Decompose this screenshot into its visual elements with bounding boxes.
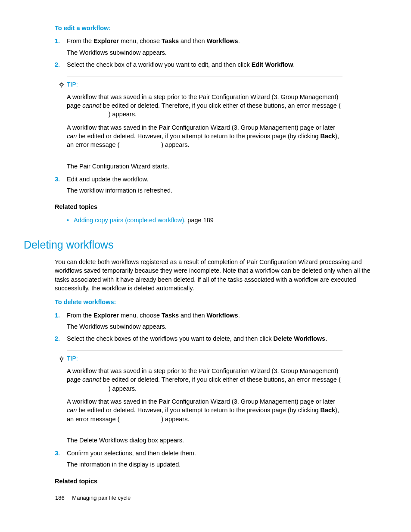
- tip-box-2: TIP: A workflow that was saved in a step…: [67, 351, 342, 428]
- tip-rule-top: [67, 351, 342, 351]
- related-topics-heading-2: Related topics: [55, 477, 385, 485]
- delete-steps-list: 1. From the Explorer menu, choose Tasks …: [55, 311, 385, 343]
- step-number: 3.: [55, 175, 60, 184]
- delete-step-2: 2. Select the check boxes of the workflo…: [55, 334, 385, 343]
- delete-intro: You can delete both workflows registered…: [55, 258, 381, 292]
- edit-steps-list: 1. From the Explorer menu, choose Tasks …: [55, 37, 385, 69]
- lightbulb-icon: [58, 81, 65, 88]
- edit-step-1: 1. From the Explorer menu, choose Tasks …: [55, 37, 385, 57]
- svg-point-0: [60, 84, 63, 86]
- step-number: 3.: [55, 449, 60, 457]
- procedure-heading-edit: To edit a workflow:: [55, 24, 385, 32]
- tip-rule-top: [67, 77, 342, 77]
- edit-step-3: 3. Edit and update the workflow. The wor…: [55, 175, 385, 195]
- step-sub: The workflow information is refreshed.: [67, 186, 385, 195]
- step-text: From the Explorer menu, choose Tasks and…: [67, 37, 240, 44]
- svg-point-8: [60, 358, 63, 360]
- step-sub: The Workflows subwindow appears.: [67, 322, 385, 331]
- svg-line-5: [63, 83, 63, 84]
- chapter-title: Managing pair life cycle: [72, 495, 131, 501]
- lightbulb-icon: [58, 356, 65, 363]
- page-number: 186: [55, 495, 65, 501]
- tip-label: TIP:: [67, 355, 78, 362]
- step-text: Select the check box of a workflow you w…: [67, 61, 295, 68]
- tip-rule-bottom: [67, 154, 342, 154]
- related-item: Adding copy pairs (completed workflow), …: [67, 216, 385, 224]
- step-text: From the Explorer menu, choose Tasks and…: [67, 312, 240, 319]
- svg-line-4: [60, 83, 60, 84]
- step-number: 2.: [55, 60, 60, 69]
- edit-steps-list-cont: 3. Edit and update the workflow. The wor…: [55, 175, 385, 195]
- step-text: Confirm your selections, and then delete…: [67, 450, 196, 457]
- tip-para-1: A workflow that was saved in a step prio…: [67, 367, 342, 393]
- delete-steps-list-cont: 3. Confirm your selections, and then del…: [55, 449, 385, 469]
- svg-line-13: [63, 357, 63, 358]
- edit-after-tip: The Pair Configuration Wizard starts.: [67, 162, 385, 171]
- tip-header: TIP:: [58, 355, 342, 363]
- edit-step-2: 2. Select the check box of a workflow yo…: [55, 60, 385, 69]
- delete-step-1: 1. From the Explorer menu, choose Tasks …: [55, 311, 385, 331]
- procedure-heading-delete: To delete workflows:: [55, 298, 385, 306]
- tip-label: TIP:: [67, 81, 78, 88]
- svg-line-12: [60, 357, 60, 358]
- tip-para-2: A workflow that was saved in the Pair Co…: [67, 123, 342, 149]
- page-footer: 186 Managing pair life cycle: [55, 494, 131, 502]
- related-list-1: Adding copy pairs (completed workflow), …: [67, 216, 385, 224]
- step-text: Edit and update the workflow.: [67, 176, 148, 183]
- related-link[interactable]: Adding copy pairs (completed workflow): [74, 217, 184, 224]
- step-number: 1.: [55, 311, 60, 320]
- step-text: Select the check boxes of the workflows …: [67, 335, 327, 342]
- related-topics-heading-1: Related topics: [55, 202, 385, 211]
- tip-header: TIP:: [58, 81, 342, 89]
- step-number: 2.: [55, 334, 60, 343]
- delete-after-tip: The Delete Workflows dialog box appears.: [67, 436, 385, 445]
- step-number: 1.: [55, 37, 60, 45]
- section-title-deleting: Deleting workflows: [24, 237, 385, 252]
- related-suffix: , page 189: [184, 217, 214, 224]
- step-sub: The information in the display is update…: [67, 460, 385, 469]
- tip-para-1: A workflow that was saved in a step prio…: [67, 93, 342, 119]
- tip-para-2: A workflow that was saved in the Pair Co…: [67, 397, 342, 423]
- step-sub: The Workflows subwindow appears.: [67, 48, 385, 57]
- delete-step-3: 3. Confirm your selections, and then del…: [55, 449, 385, 469]
- tip-box-1: TIP: A workflow that was saved in a step…: [67, 77, 342, 154]
- tip-rule-bottom: [67, 428, 342, 428]
